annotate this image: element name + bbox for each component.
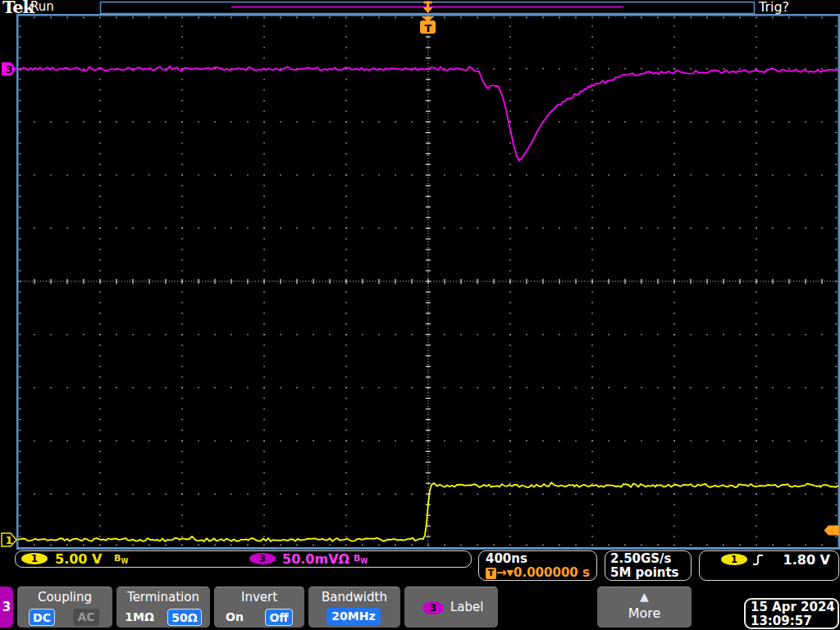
rising-edge-icon — [751, 553, 765, 567]
ch1-badge: 1 — [21, 553, 48, 564]
channel-readout-bar[interactable]: 1 5.00 V BW 3 50.0mVΩ BW — [15, 550, 472, 568]
trigger-time-readout: T→▼0.000000 s — [486, 565, 590, 580]
timebase-readout[interactable]: 400ns T→▼0.000000 s — [478, 550, 597, 581]
coupling-button[interactable]: Coupling DC AC — [17, 587, 112, 628]
trigger-source-badge: 1 — [721, 554, 747, 565]
bandwidth-title: Bandwidth — [308, 590, 400, 605]
tek-logo: Tek — [2, 0, 34, 17]
ch1-marker-label: 1 — [6, 534, 13, 546]
invert-option-on[interactable]: On — [224, 609, 245, 626]
trigger-level: 1.80 V — [783, 552, 830, 568]
ch3-reference-marker[interactable]: 3 — [2, 62, 16, 75]
invert-button[interactable]: Invert On Off — [214, 587, 304, 628]
acquisition-status: Run — [30, 0, 54, 14]
scope-graphics: T 3 1 — [0, 0, 840, 630]
trigger-position-flag[interactable]: T — [420, 16, 436, 34]
termination-option-1mohm[interactable]: 1MΩ — [123, 609, 156, 626]
ch3-marker-label: 3 — [6, 63, 13, 75]
more-button[interactable]: ▲ More — [597, 587, 692, 628]
termination-option-50ohm[interactable]: 50Ω — [167, 609, 202, 626]
ch3-badge: 3 — [249, 553, 276, 564]
ch3-scale: 50.0mVΩ — [282, 551, 349, 567]
sample-rate: 2.50GS/s — [610, 551, 672, 566]
waveform-traces — [18, 66, 838, 541]
graticule-grid — [18, 16, 838, 547]
coupling-option-ac[interactable]: AC — [73, 609, 99, 626]
coupling-title: Coupling — [17, 590, 112, 605]
more-label: More — [597, 605, 692, 621]
bandwidth-button[interactable]: Bandwidth 20MHz — [308, 587, 400, 628]
ch1-reference-marker[interactable]: 1 — [2, 533, 16, 546]
label-text: Label — [450, 600, 483, 614]
invert-title: Invert — [214, 590, 304, 605]
invert-option-off[interactable]: Off — [265, 609, 293, 626]
trigger-status: Trig? — [759, 0, 789, 15]
trace-ch1 — [18, 482, 838, 541]
ch1-bandwidth-limit-icon: BW — [114, 553, 128, 565]
record-length: 5M points — [610, 565, 679, 580]
ch3-bandwidth-limit-icon: BW — [354, 553, 368, 565]
termination-title: Termination — [116, 590, 210, 605]
acquisition-readout[interactable]: 2.50GS/s 5M points — [605, 550, 692, 581]
trigger-level-arrow-icon[interactable] — [824, 526, 840, 536]
channel-menu-tab[interactable]: 3 — [0, 587, 13, 628]
bandwidth-value[interactable]: 20MHz — [326, 608, 381, 625]
time-text: 13:09:57 — [751, 614, 838, 628]
date-text: 15 Apr 2024 — [751, 600, 838, 614]
label-channel-badge: 3 — [422, 601, 444, 614]
down-arrow-icon: ▼ — [507, 568, 514, 578]
trigger-flag-label: T — [425, 22, 432, 34]
coupling-option-dc[interactable]: DC — [29, 609, 55, 626]
timebase-scale: 400ns — [486, 551, 527, 566]
termination-button[interactable]: Termination 1MΩ 50Ω — [116, 587, 210, 628]
datetime-display: 15 Apr 2024 13:09:57 — [744, 598, 839, 629]
label-button[interactable]: 3 Label — [404, 587, 498, 628]
trigger-readout[interactable]: 1 1.80 V — [699, 550, 839, 581]
more-up-arrow-icon: ▲ — [597, 590, 692, 603]
record-view — [101, 2, 755, 14]
oscilloscope-screen: T 3 1 Tek Run Trig? 1 5.00 V BW 3 50.0mV… — [0, 0, 840, 630]
trigger-t-icon: T — [486, 568, 496, 579]
ch1-scale: 5.00 V — [55, 551, 102, 567]
